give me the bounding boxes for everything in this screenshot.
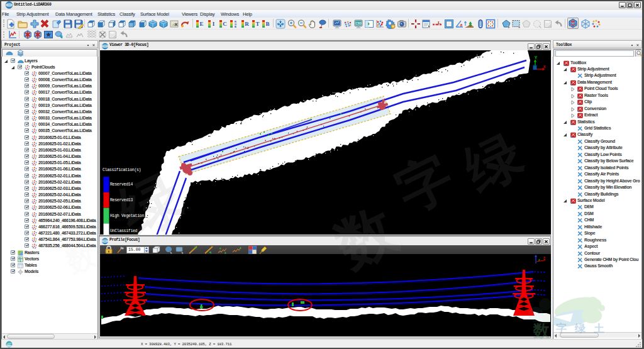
svg-text:L: L <box>438 20 441 25</box>
svg-text:UnClassified: UnClassified <box>110 229 138 233</box>
svg-text:Reserved14: Reserved14 <box>110 182 133 187</box>
svg-text:R: R <box>245 21 249 27</box>
svg-text:a: a <box>460 23 463 27</box>
svg-text:X: X <box>543 65 546 69</box>
svg-text:Classification(s): Classification(s) <box>103 168 141 172</box>
svg-text:B: B <box>235 25 236 28</box>
svg-text:BACK: BACK <box>161 20 166 23</box>
svg-text:z: z <box>538 258 540 262</box>
svg-text:E: E <box>199 21 203 27</box>
svg-text:FRONT: FRONT <box>150 20 156 23</box>
svg-text:B: B <box>265 21 269 27</box>
svg-text:I: I <box>213 21 215 27</box>
svg-text:Reserved13: Reserved13 <box>110 198 133 202</box>
svg-text:CSD: CSD <box>355 22 362 25</box>
svg-text:T: T <box>255 21 259 27</box>
svg-text:High Vegetation: High Vegetation <box>110 214 144 218</box>
svg-text:C: C <box>223 21 227 27</box>
svg-text:Y: Y <box>535 56 537 60</box>
